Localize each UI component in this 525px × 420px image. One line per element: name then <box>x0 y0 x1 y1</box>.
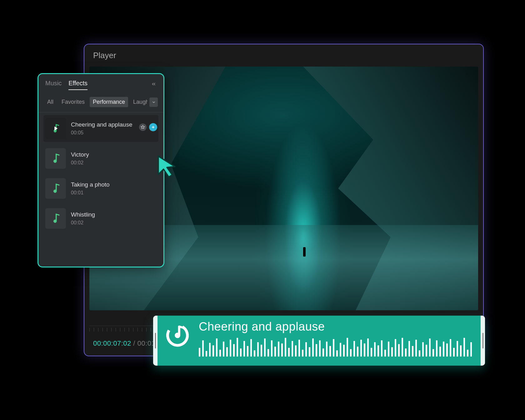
clip-handle-right[interactable] <box>481 316 485 366</box>
effect-name: Whistling <box>71 211 157 218</box>
timeline-clip[interactable]: Cheering and applause <box>153 316 485 366</box>
filter-all[interactable]: All <box>44 97 57 107</box>
effects-panel: Music Effects All Favorites Performance … <box>38 73 164 268</box>
effect-thumbnail[interactable] <box>45 118 66 139</box>
clip-title: Cheering and applause <box>199 320 474 333</box>
filter-row: All Favorites Performance Laugh <box>38 92 163 112</box>
effect-duration: 00:02 <box>71 220 157 226</box>
timecode-sep: / <box>133 339 137 347</box>
clip-handle-left[interactable] <box>153 316 158 366</box>
play-icon <box>52 125 59 132</box>
effect-thumbnail[interactable] <box>45 178 66 199</box>
add-effect-button[interactable] <box>149 123 157 131</box>
list-item[interactable]: Victory 00:02 <box>43 145 158 172</box>
tab-music[interactable]: Music <box>45 80 62 90</box>
filter-performance[interactable]: Performance <box>90 97 128 107</box>
video-decoration <box>303 247 306 257</box>
music-disc-icon <box>164 320 191 348</box>
effect-list: Cheering and applause 00:05 Victory 00:0… <box>38 112 163 238</box>
effect-thumbnail[interactable] <box>45 148 66 169</box>
star-icon <box>141 125 145 129</box>
timecode: 00:00:07:02 / 00:01:2 <box>93 339 162 348</box>
music-note-icon <box>49 152 62 165</box>
music-note-icon <box>49 212 62 225</box>
tab-effects[interactable]: Effects <box>68 80 88 90</box>
plus-icon <box>151 125 155 129</box>
player-title: Player <box>84 44 483 67</box>
filter-laugh[interactable]: Laugh <box>130 97 148 107</box>
effect-thumbnail[interactable] <box>45 208 66 229</box>
waveform <box>199 337 474 357</box>
chevron-down-icon[interactable] <box>149 98 158 107</box>
chevron-double-left-icon[interactable] <box>151 81 157 88</box>
list-item[interactable]: Cheering and applause 00:05 <box>43 115 158 142</box>
filter-favorites[interactable]: Favorites <box>58 97 88 107</box>
effect-duration: 00:02 <box>71 160 157 166</box>
effect-duration: 00:01 <box>71 190 157 196</box>
list-item[interactable]: Whistling 00:02 <box>43 205 158 232</box>
favorite-button[interactable] <box>139 123 147 131</box>
music-note-icon <box>49 182 62 195</box>
list-item[interactable]: Taking a photo 00:01 <box>43 175 158 202</box>
effect-name: Victory <box>71 151 157 158</box>
timecode-current: 00:00:07:02 <box>93 339 131 347</box>
effect-name: Taking a photo <box>71 181 157 188</box>
clip-body: Cheering and applause <box>158 316 481 366</box>
panel-tabs: Music Effects <box>38 74 163 92</box>
